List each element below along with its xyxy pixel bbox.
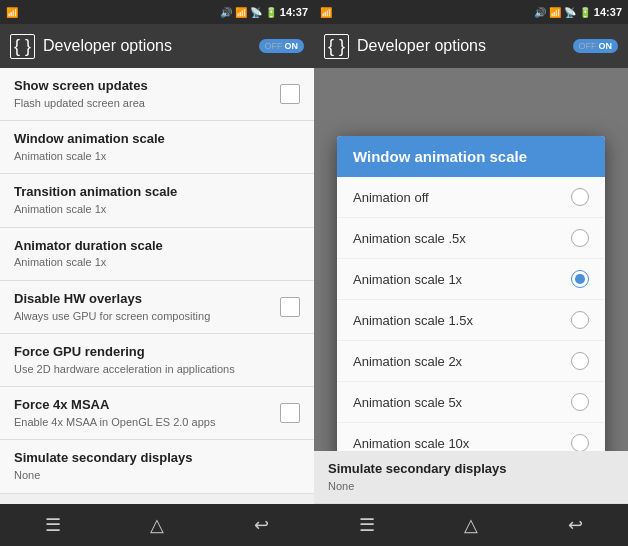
dialog-option-label-0: Animation off <box>353 190 429 205</box>
dialog-overlay: Window animation scale Animation off Ani… <box>314 68 628 451</box>
time-right: 14:37 <box>594 6 622 18</box>
dialog-option-6[interactable]: Animation scale 10x <box>337 423 605 451</box>
toggle-off-right: OFF <box>579 41 597 51</box>
menu-icon-right[interactable]: ☰ <box>359 514 375 536</box>
setting-text-5: Force GPU rendering Use 2D hardware acce… <box>14 344 300 376</box>
back-icon-left[interactable]: ↩ <box>254 514 269 536</box>
dialog-option-label-1: Animation scale .5x <box>353 231 466 246</box>
toggle-left[interactable]: OFF ON <box>259 39 305 53</box>
setting-desc-1: Animation scale 1x <box>14 149 300 163</box>
toggle-off-left: OFF <box>265 41 283 51</box>
time-left: 14:37 <box>280 6 308 18</box>
setting-item-3[interactable]: Animator duration scale Animation scale … <box>0 228 314 281</box>
menu-icon-left[interactable]: ☰ <box>45 514 61 536</box>
dialog-option-label-5: Animation scale 5x <box>353 395 462 410</box>
setting-label-3: Animator duration scale <box>14 238 300 255</box>
dialog-option-1[interactable]: Animation scale .5x <box>337 218 605 259</box>
battery-icon-left: 🔋 <box>265 7 277 18</box>
radio-outer-3 <box>571 311 589 329</box>
dialog-option-0[interactable]: Animation off <box>337 177 605 218</box>
nav-bar-right: ☰ △ ↩ <box>314 504 628 546</box>
setting-item-5[interactable]: Force GPU rendering Use 2D hardware acce… <box>0 334 314 387</box>
title-bar-left: { } Developer options OFF ON <box>0 24 314 68</box>
signal-icon-right: 📡 <box>564 7 576 18</box>
setting-item-2[interactable]: Transition animation scale Animation sca… <box>0 174 314 227</box>
toggle-on-left: ON <box>285 41 299 51</box>
simulate-displays-item-right[interactable]: Simulate secondary displays None <box>314 451 628 504</box>
dialog-options-container: Animation off Animation scale .5x Animat… <box>337 177 605 451</box>
wifi-icon-right: 📶 <box>549 7 561 18</box>
setting-desc-7: None <box>14 468 300 482</box>
dialog-option-4[interactable]: Animation scale 2x <box>337 341 605 382</box>
dialog-title: Window animation scale <box>337 136 605 177</box>
dialog-option-2[interactable]: Animation scale 1x <box>337 259 605 300</box>
setting-item-0[interactable]: Show screen updates Flash updated screen… <box>0 68 314 121</box>
title-bar-right: { } Developer options OFF ON <box>314 24 628 68</box>
setting-desc-6: Enable 4x MSAA in OpenGL ES 2.0 apps <box>14 415 280 429</box>
dev-icon-right: { } <box>324 34 349 59</box>
status-right-left: 🔊 📶 📡 🔋 14:37 <box>220 6 308 18</box>
status-icons-right: 📶 <box>320 7 332 18</box>
setting-text-4: Disable HW overlays Always use GPU for s… <box>14 291 280 323</box>
status-bar-left: 📶 🔊 📶 📡 🔋 14:37 <box>0 0 314 24</box>
radio-outer-0 <box>571 188 589 206</box>
home-icon-left[interactable]: △ <box>150 514 164 536</box>
title-text-right: Developer options <box>357 37 564 55</box>
dev-icon-left: { } <box>10 34 35 59</box>
dialog-option-label-2: Animation scale 1x <box>353 272 462 287</box>
setting-item-6[interactable]: Force 4x MSAA Enable 4x MSAA in OpenGL E… <box>0 387 314 440</box>
dialog-option-5[interactable]: Animation scale 5x <box>337 382 605 423</box>
toggle-right[interactable]: OFF ON <box>573 39 619 53</box>
setting-desc-3: Animation scale 1x <box>14 255 300 269</box>
home-icon-right[interactable]: △ <box>464 514 478 536</box>
setting-text-2: Transition animation scale Animation sca… <box>14 184 300 216</box>
status-bar-right: 📶 🔊 📶 📡 🔋 14:37 <box>314 0 628 24</box>
setting-text-6: Force 4x MSAA Enable 4x MSAA in OpenGL E… <box>14 397 280 429</box>
volume-icon-right: 🔊 <box>534 7 546 18</box>
settings-list-left[interactable]: Show screen updates Flash updated screen… <box>0 68 314 504</box>
radio-outer-1 <box>571 229 589 247</box>
setting-text-7: Simulate secondary displays None <box>14 450 300 482</box>
radio-outer-4 <box>571 352 589 370</box>
setting-text-1: Window animation scale Animation scale 1… <box>14 131 300 163</box>
setting-label-5: Force GPU rendering <box>14 344 300 361</box>
dialog-option-label-4: Animation scale 2x <box>353 354 462 369</box>
signal-icon-left: 📡 <box>250 7 262 18</box>
right-screen: 📶 🔊 📶 📡 🔋 14:37 { } Developer options OF… <box>314 0 628 546</box>
left-screen: 📶 🔊 📶 📡 🔋 14:37 { } Developer options OF… <box>0 0 314 546</box>
dialog-option-label-6: Animation scale 10x <box>353 436 469 451</box>
wifi-icon-left: 📶 <box>235 7 247 18</box>
simulate-displays-desc-right: None <box>328 479 614 493</box>
setting-item-4[interactable]: Disable HW overlays Always use GPU for s… <box>0 281 314 334</box>
setting-text-3: Animator duration scale Animation scale … <box>14 238 300 270</box>
setting-desc-5: Use 2D hardware acceleration in applicat… <box>14 362 300 376</box>
battery-icon-right: 🔋 <box>579 7 591 18</box>
setting-label-1: Window animation scale <box>14 131 300 148</box>
radio-outer-2 <box>571 270 589 288</box>
radio-outer-6 <box>571 434 589 451</box>
dialog-option-label-3: Animation scale 1.5x <box>353 313 473 328</box>
dialog-option-3[interactable]: Animation scale 1.5x <box>337 300 605 341</box>
setting-desc-2: Animation scale 1x <box>14 202 300 216</box>
radio-inner-2 <box>575 274 585 284</box>
setting-label-0: Show screen updates <box>14 78 280 95</box>
setting-desc-4: Always use GPU for screen compositing <box>14 309 280 323</box>
back-icon-right[interactable]: ↩ <box>568 514 583 536</box>
simulate-displays-text-right: Simulate secondary displays None <box>328 461 614 493</box>
setting-item-1[interactable]: Window animation scale Animation scale 1… <box>0 121 314 174</box>
checkbox-4[interactable] <box>280 297 300 317</box>
setting-label-2: Transition animation scale <box>14 184 300 201</box>
setting-text-0: Show screen updates Flash updated screen… <box>14 78 280 110</box>
settings-list-right: Window animation scale Animation off Ani… <box>314 68 628 451</box>
radio-outer-5 <box>571 393 589 411</box>
setting-label-6: Force 4x MSAA <box>14 397 280 414</box>
setting-item-7[interactable]: Simulate secondary displays None <box>0 440 314 493</box>
title-text-left: Developer options <box>43 37 250 55</box>
setting-label-7: Simulate secondary displays <box>14 450 300 467</box>
nav-bar-left: ☰ △ ↩ <box>0 504 314 546</box>
window-animation-dialog[interactable]: Window animation scale Animation off Ani… <box>337 136 605 451</box>
checkbox-0[interactable] <box>280 84 300 104</box>
checkbox-6[interactable] <box>280 403 300 423</box>
notification-icon: 📶 <box>6 7 18 18</box>
status-icons-left: 📶 <box>6 7 18 18</box>
